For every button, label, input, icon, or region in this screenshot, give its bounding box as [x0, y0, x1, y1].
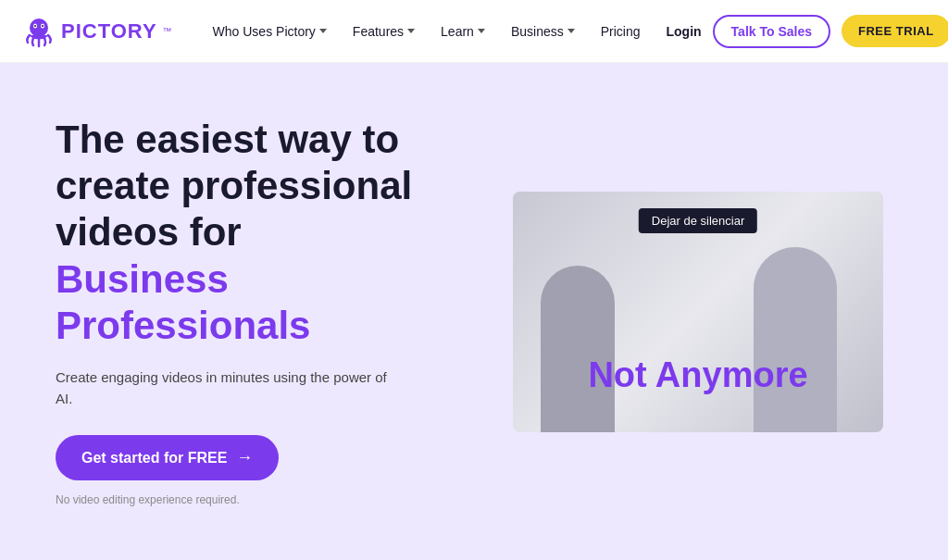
video-tooltip: Dejar de silenciar [639, 208, 757, 233]
logo-icon [22, 15, 56, 48]
logo-tm: ™ [163, 26, 172, 36]
svg-point-0 [30, 19, 48, 37]
logo-text: PICTORY [61, 19, 157, 44]
chevron-down-icon [407, 29, 415, 33]
video-card[interactable]: Dejar de silenciar Not Anymore [513, 192, 883, 432]
get-started-button[interactable]: Get started for FREE → [56, 435, 279, 480]
video-overlay-text: Not Anymore [513, 355, 883, 395]
hero-content: The easiest way to create professional v… [56, 117, 448, 507]
nav-item-learn[interactable]: Learn [430, 17, 496, 46]
hero-section: The easiest way to create professional v… [0, 63, 948, 560]
logo[interactable]: PICTORY™ [22, 15, 172, 48]
arrow-right-icon: → [236, 448, 253, 467]
nav-right: Talk To Sales FREE TRIAL [713, 15, 948, 48]
svg-point-4 [42, 25, 44, 27]
hero-video-area: Dejar de silenciar Not Anymore [504, 192, 892, 432]
nav-item-pricing[interactable]: Pricing [590, 17, 652, 46]
hero-heading: The easiest way to create professional v… [56, 117, 448, 350]
nav-item-business[interactable]: Business [500, 17, 586, 46]
talk-to-sales-button[interactable]: Talk To Sales [713, 15, 830, 48]
nav-item-login[interactable]: Login [655, 17, 713, 46]
hero-heading-purple: Business Professionals [56, 257, 310, 347]
nav-item-features[interactable]: Features [342, 17, 426, 46]
hero-note: No video editing experience required. [56, 493, 448, 506]
svg-point-3 [34, 25, 36, 27]
free-trial-button[interactable]: FREE TRIAL [842, 15, 948, 47]
chevron-down-icon [568, 29, 575, 33]
nav-item-who-uses[interactable]: Who Uses Pictory [202, 17, 338, 46]
chevron-down-icon [319, 29, 327, 33]
navbar: PICTORY™ Who Uses Pictory Features Learn… [0, 0, 948, 63]
chevron-down-icon [478, 29, 485, 33]
nav-links: Who Uses Pictory Features Learn Business… [202, 17, 713, 46]
hero-subtext: Create engaging videos in minutes using … [56, 367, 389, 409]
